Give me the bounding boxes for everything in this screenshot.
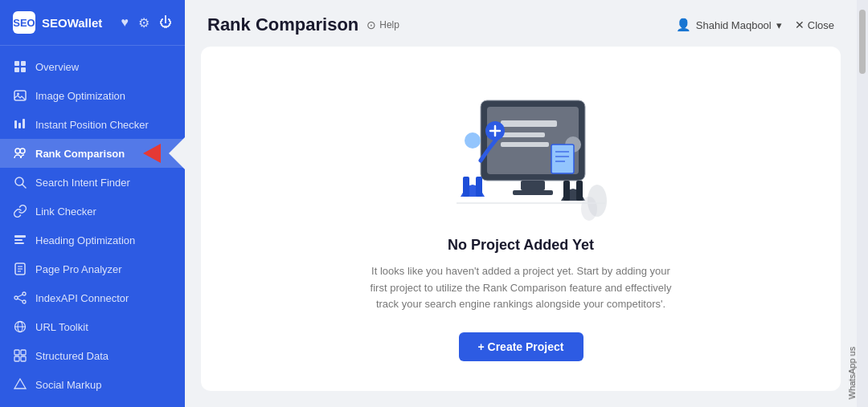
sidebar-item-social-markup[interactable]: Social Markup (0, 370, 185, 399)
sidebar-item-url-toolkit[interactable]: URL Toolkit (0, 312, 185, 341)
sidebar: SEO SEOWallet ♥ ⚙ ⏻ Overview Image Optim… (0, 0, 185, 407)
logo-icon: SEO (13, 11, 35, 34)
whatsapp-label[interactable]: WhatsApp us (847, 347, 857, 399)
svg-rect-15 (14, 242, 24, 244)
svg-rect-44 (501, 132, 545, 137)
structured-data-icon (13, 348, 27, 363)
svg-line-12 (23, 185, 26, 188)
sidebar-header-icons: ♥ ⚙ ⏻ (121, 15, 173, 31)
brand-name: SEOWallet (42, 16, 102, 30)
svg-rect-43 (501, 120, 557, 127)
power-icon[interactable]: ⏻ (159, 15, 172, 30)
sidebar-item-page-pro-analyzer[interactable]: Page Pro Analyzer (0, 254, 185, 283)
svg-rect-29 (21, 350, 26, 355)
sidebar-item-instant-position-checker[interactable]: Instant Position Checker (0, 110, 185, 139)
empty-state-description: It looks like you haven't added a projec… (368, 263, 674, 313)
social-markup-icon (13, 377, 27, 392)
close-icon: ✕ (795, 18, 805, 31)
svg-rect-52 (463, 177, 469, 197)
sidebar-item-structured-data[interactable]: Structured Data (0, 341, 185, 370)
search-intent-finder-icon (13, 175, 27, 189)
sidebar-item-label: Instant Position Checker (35, 119, 149, 131)
sidebar-navigation: Overview Image Optimization Instant Posi… (0, 46, 185, 407)
sidebar-item-label: Overview (35, 61, 79, 73)
svg-rect-1 (21, 61, 26, 66)
svg-line-23 (18, 295, 23, 297)
svg-point-62 (581, 197, 597, 221)
brand-logo[interactable]: SEO SEOWallet (13, 11, 102, 34)
instant-position-checker-icon (13, 117, 27, 132)
svg-rect-56 (576, 181, 583, 201)
main-area: Rank Comparison ⊙ Help 👤 Shahid Maqbool … (185, 0, 857, 407)
page-title: Rank Comparison (207, 14, 358, 35)
header-right: 👤 Shahid Maqbool ▾ ✕ Close (676, 18, 834, 32)
svg-point-5 (17, 93, 19, 96)
user-menu[interactable]: 👤 Shahid Maqbool ▾ (676, 18, 782, 32)
sidebar-item-search-intent-finder[interactable]: Search Intent Finder (0, 168, 185, 197)
svg-rect-3 (21, 67, 26, 72)
sidebar-item-image-optimization[interactable]: Image Optimization (0, 81, 185, 110)
svg-rect-30 (14, 356, 19, 361)
empty-state-title: No Project Added Yet (448, 237, 594, 254)
svg-point-51 (465, 132, 481, 149)
red-arrow-indicator (143, 144, 161, 163)
sidebar-item-rank-comparison[interactable]: Rank Comparison (0, 139, 185, 168)
svg-rect-57 (551, 144, 574, 173)
svg-rect-55 (563, 181, 570, 201)
sidebar-item-label: Rank Comparison (35, 148, 125, 160)
sidebar-item-label: URL Toolkit (35, 321, 88, 333)
svg-rect-53 (476, 177, 482, 197)
svg-point-21 (23, 292, 26, 295)
active-arrow (169, 136, 185, 171)
svg-point-9 (15, 149, 20, 153)
svg-rect-28 (14, 350, 19, 355)
user-name: Shahid Maqbool (696, 19, 772, 31)
svg-rect-45 (501, 142, 549, 147)
svg-rect-6 (14, 120, 17, 128)
sidebar-item-label: Heading Optimization (35, 234, 135, 246)
svg-point-22 (23, 300, 26, 303)
main-title-area: Rank Comparison ⊙ Help (207, 14, 399, 35)
empty-state-illustration (432, 76, 609, 221)
svg-rect-13 (14, 235, 26, 238)
svg-rect-47 (513, 190, 553, 195)
help-link[interactable]: ⊙ Help (366, 18, 399, 31)
svg-rect-2 (14, 67, 19, 72)
gear-icon[interactable]: ⚙ (138, 15, 149, 31)
sidebar-item-label: Page Pro Analyzer (35, 263, 122, 275)
svg-point-10 (20, 149, 25, 153)
user-icon: 👤 (676, 18, 691, 32)
url-toolkit-icon (13, 319, 27, 334)
close-button[interactable]: ✕ Close (795, 18, 834, 31)
svg-rect-14 (14, 239, 23, 241)
svg-rect-31 (21, 356, 26, 361)
sidebar-item-heading-optimization[interactable]: Heading Optimization (0, 226, 185, 254)
chevron-down-icon: ▾ (776, 19, 782, 31)
scrollbar-track[interactable] (857, 0, 868, 407)
main-content: No Project Added Yet It looks like you h… (185, 47, 857, 407)
svg-rect-46 (521, 181, 545, 190)
heart-icon[interactable]: ♥ (121, 15, 129, 30)
main-header: Rank Comparison ⊙ Help 👤 Shahid Maqbool … (185, 0, 857, 47)
svg-point-20 (14, 296, 18, 299)
sidebar-item-link-checker[interactable]: Link Checker (0, 197, 185, 226)
page-pro-analyzer-icon (13, 262, 27, 276)
circle-question-icon: ⊙ (366, 18, 376, 31)
svg-marker-32 (14, 379, 26, 389)
create-project-button[interactable]: + Create Project (459, 332, 583, 361)
sidebar-header: SEO SEOWallet ♥ ⚙ ⏻ (0, 0, 185, 46)
scrollbar-thumb[interactable] (859, 10, 866, 74)
overview-icon (13, 59, 27, 74)
link-checker-icon (13, 204, 27, 218)
sidebar-item-label: Search Intent Finder (35, 177, 130, 189)
sidebar-item-indexapi-connector[interactable]: IndexAPI Connector (0, 283, 185, 312)
image-optimization-icon (13, 88, 27, 103)
sidebar-item-overview[interactable]: Overview (0, 52, 185, 81)
heading-optimization-icon (13, 233, 27, 247)
svg-rect-0 (14, 61, 19, 66)
content-card: No Project Added Yet It looks like you h… (201, 47, 841, 391)
sidebar-item-label: Link Checker (35, 206, 96, 218)
sidebar-item-label: Image Optimization (35, 90, 125, 102)
sidebar-item-domain-inspector[interactable]: Domain Inspector (0, 399, 185, 407)
sidebar-item-label: IndexAPI Connector (35, 292, 129, 304)
